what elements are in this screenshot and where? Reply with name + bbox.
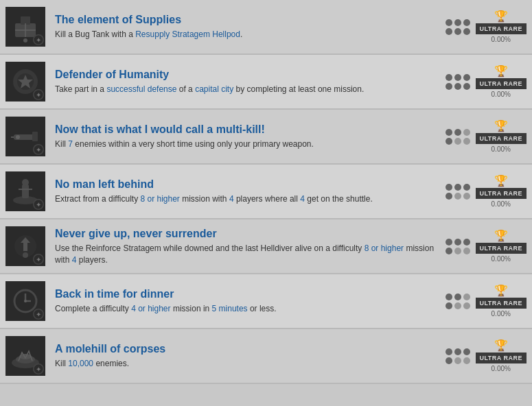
dot	[446, 138, 452, 145]
trophy-icon: 🏆	[494, 176, 508, 187]
dot	[454, 83, 461, 90]
dot	[454, 129, 461, 136]
dot	[446, 302, 452, 309]
dot	[463, 184, 470, 191]
dot	[454, 19, 461, 26]
dot	[463, 348, 470, 355]
rarity-badge: ULTRA RARE	[476, 23, 527, 34]
rarity-badge: ULTRA RARE	[476, 298, 527, 309]
rarity-percentage: 0.00%	[491, 145, 511, 153]
icon-badge: ✦	[33, 363, 44, 374]
dots-grid	[446, 19, 470, 35]
achievement-stats: 🏆ULTRA RARE0.00%	[446, 340, 527, 372]
dot	[446, 239, 452, 246]
svg-text:✦: ✦	[36, 146, 41, 154]
trophy-icon: 🏆	[494, 11, 508, 22]
achievement-text: Now that is what I would call a multi-ki…	[55, 123, 437, 150]
svg-text:✦: ✦	[36, 256, 41, 263]
dot	[463, 83, 470, 90]
dot	[446, 248, 452, 254]
trophy-icon: 🏆	[494, 66, 508, 77]
achievement-text: No man left behindExtract from a difficu…	[55, 178, 437, 205]
achievement-description: Kill 10,000 enemies.	[55, 358, 437, 370]
achievement-row[interactable]: ✦No man left behindExtract from a diffic…	[0, 165, 532, 219]
dot	[454, 184, 461, 191]
achievement-row[interactable]: ✦A molehill of corpsesKill 10,000 enemie…	[0, 329, 532, 384]
dots-grid	[446, 74, 470, 90]
svg-rect-18	[22, 184, 29, 198]
achievement-title: No man left behind	[55, 178, 437, 191]
rarity-percentage: 0.00%	[491, 365, 511, 372]
rarity-badge: ULTRA RARE	[476, 133, 527, 144]
dots-grid	[446, 129, 470, 145]
svg-point-24	[23, 252, 28, 258]
achievement-text: Defender of HumanityTake part in a succe…	[55, 68, 437, 95]
dot	[446, 74, 452, 81]
achievement-text: Never give up, never surrenderUse the Re…	[55, 227, 437, 266]
achievement-text: Back in time for dinnerComplete a diffic…	[55, 287, 437, 315]
dot	[463, 248, 470, 254]
achievement-row[interactable]: ✦Now that is what I would call a multi-k…	[0, 110, 532, 165]
achievement-stats: 🏆ULTRA RARE0.00%	[446, 11, 527, 43]
achievement-row[interactable]: ✦Defender of HumanityTake part in a succ…	[0, 55, 532, 110]
svg-text:✦: ✦	[36, 201, 41, 208]
achievement-title: Defender of Humanity	[55, 68, 437, 81]
achievement-icon: ✦	[5, 171, 45, 211]
achievement-icon: ✦	[5, 336, 45, 376]
achievement-list: ✦The element of SuppliesKill a Bug Tank …	[0, 0, 532, 384]
rarity-percentage: 0.00%	[491, 36, 511, 43]
dot	[446, 294, 452, 300]
dot	[454, 357, 461, 364]
dot	[454, 28, 461, 35]
achievement-row[interactable]: ✦The element of SuppliesKill a Bug Tank …	[0, 0, 532, 55]
svg-point-13	[16, 135, 20, 139]
dot	[454, 302, 461, 309]
rarity-block: 🏆ULTRA RARE0.00%	[476, 285, 527, 318]
dot	[463, 129, 470, 136]
dot	[463, 28, 470, 35]
achievement-description: Extract from a difficulty 8 or higher mi…	[55, 193, 437, 205]
dot	[463, 357, 470, 364]
achievement-row[interactable]: ✦Never give up, never surrenderUse the R…	[0, 219, 532, 274]
dot	[454, 239, 461, 246]
dot	[446, 19, 452, 26]
svg-text:✦: ✦	[36, 36, 41, 44]
dots-grid	[446, 184, 470, 200]
dot	[463, 294, 470, 300]
svg-text:✦: ✦	[36, 91, 41, 99]
rarity-block: 🏆ULTRA RARE0.00%	[476, 11, 527, 43]
achievement-title: A molehill of corpses	[55, 342, 437, 355]
achievement-stats: 🏆ULTRA RARE0.00%	[446, 285, 527, 318]
achievement-row[interactable]: ✦Back in time for dinnerComplete a diffi…	[0, 274, 532, 329]
dot	[446, 348, 452, 355]
achievement-title: Now that is what I would call a multi-ki…	[55, 123, 437, 136]
achievement-text: A molehill of corpsesKill 10,000 enemies…	[55, 342, 437, 370]
dot	[463, 302, 470, 309]
rarity-percentage: 0.00%	[491, 310, 511, 318]
achievement-description: Complete a difficulty 4 or higher missio…	[55, 303, 437, 315]
achievement-stats: 🏆ULTRA RARE0.00%	[446, 176, 527, 208]
achievement-icon: ✦	[5, 281, 45, 321]
rarity-block: 🏆ULTRA RARE0.00%	[476, 121, 527, 153]
rarity-block: 🏆ULTRA RARE0.00%	[476, 340, 527, 372]
achievement-text: The element of SuppliesKill a Bug Tank w…	[55, 13, 437, 40]
achievement-stats: 🏆ULTRA RARE0.00%	[446, 121, 527, 153]
trophy-icon: 🏆	[494, 285, 508, 296]
dot	[463, 19, 470, 26]
dot	[446, 357, 452, 364]
dot	[463, 138, 470, 145]
achievement-icon: ✦	[5, 226, 45, 266]
trophy-icon: 🏆	[494, 340, 508, 351]
achievement-description: Kill a Bug Tank with a Resupply Stratage…	[55, 29, 437, 40]
rarity-block: 🏆ULTRA RARE0.00%	[476, 176, 527, 208]
dot	[446, 83, 452, 90]
dot	[454, 294, 461, 300]
svg-text:✦: ✦	[36, 311, 41, 318]
achievement-icon: ✦	[5, 7, 45, 47]
achievement-title: Never give up, never surrender	[55, 227, 437, 240]
dots-grid	[446, 239, 470, 254]
dots-grid	[446, 348, 470, 364]
dot	[454, 248, 461, 254]
dot	[446, 129, 452, 136]
dot	[446, 28, 452, 35]
